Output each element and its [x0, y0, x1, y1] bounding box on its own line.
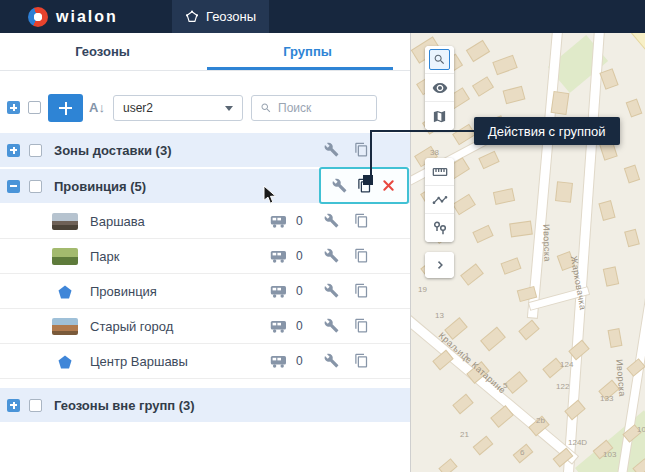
wrench-icon[interactable] — [332, 178, 348, 194]
units-icon — [270, 320, 288, 336]
group-row-delivery-zones[interactable]: Зоны доставки (3) — [0, 133, 410, 167]
tab-groups[interactable]: Группы — [205, 33, 410, 70]
collapse-icon[interactable] — [7, 180, 20, 193]
copy-icon[interactable] — [354, 283, 370, 299]
geozone-row[interactable]: Варшава 0 — [0, 204, 410, 239]
topbar-tab-geofences[interactable]: Геозоны — [172, 0, 269, 33]
units-icon — [270, 355, 288, 371]
copy-icon[interactable] — [354, 318, 370, 334]
map-building — [474, 437, 492, 454]
house-number: 21 — [460, 430, 469, 439]
geozone-row[interactable]: Парк 0 — [0, 239, 410, 274]
search-icon — [433, 53, 446, 66]
group-checkbox[interactable] — [29, 399, 42, 412]
map[interactable]: ИворскаЖарковачкаИворскаКраљице Катарине… — [410, 33, 645, 472]
house-number: 103 — [603, 450, 616, 459]
units-count: 0 — [296, 214, 303, 228]
user-filter-select[interactable]: user2 — [113, 95, 243, 121]
house-number: 133 — [600, 394, 613, 403]
wrench-icon[interactable] — [324, 213, 340, 229]
map-building — [625, 230, 638, 246]
group-checkbox[interactable] — [29, 180, 42, 193]
house-number: 124D — [568, 438, 587, 447]
tooltip-anchor-dot — [363, 175, 373, 185]
map-road — [528, 33, 563, 318]
map-building — [510, 222, 531, 237]
wrench-icon[interactable] — [324, 353, 340, 369]
map-building — [600, 201, 615, 219]
house-number: 19 — [418, 285, 427, 294]
expand-all-toggle[interactable] — [7, 101, 20, 114]
measure-button[interactable] — [425, 158, 454, 186]
geozone-thumbnail — [52, 318, 78, 335]
map-building — [453, 125, 474, 144]
markers-button[interactable] — [425, 214, 454, 242]
street-label: Иворска — [541, 224, 552, 262]
copy-icon[interactable] — [354, 142, 370, 158]
map-building — [467, 41, 489, 61]
map-building — [625, 166, 639, 182]
copy-icon[interactable] — [354, 353, 370, 369]
map-building — [481, 328, 504, 350]
sort-button[interactable]: A↓ — [89, 100, 105, 115]
geozone-row[interactable]: Старый город 0 — [0, 309, 410, 344]
expand-icon[interactable] — [7, 144, 20, 157]
group-checkbox[interactable] — [29, 144, 42, 157]
eye-icon — [432, 80, 448, 96]
ruler-icon — [432, 164, 448, 180]
map-building — [609, 329, 622, 346]
map-visibility-button[interactable] — [425, 74, 454, 102]
geozone-row[interactable]: Центр Варшавы 0 — [0, 344, 410, 379]
map-building — [502, 259, 520, 274]
geozone-thumbnail — [52, 248, 78, 265]
polygon-icon — [52, 353, 78, 370]
group-label: Провинция (5) — [54, 179, 146, 194]
select-all-checkbox[interactable] — [28, 101, 41, 114]
group-label: Зоны доставки (3) — [54, 143, 172, 158]
map-building — [627, 100, 641, 117]
map-building — [494, 56, 517, 74]
tooltip-connector — [370, 130, 372, 179]
expand-tools-button[interactable] — [425, 252, 454, 278]
add-group-button[interactable] — [48, 94, 83, 122]
wrench-icon[interactable] — [324, 142, 340, 158]
map-building — [556, 182, 572, 201]
map-building — [462, 265, 483, 285]
house-number: 10 — [637, 425, 645, 434]
map-building — [504, 87, 524, 103]
house-number: 38 — [430, 148, 439, 157]
geozone-name: Старый город — [90, 319, 173, 334]
routing-button[interactable] — [425, 186, 454, 214]
search-icon — [260, 102, 272, 114]
expand-icon[interactable] — [7, 399, 20, 412]
geozone-name: Провинция — [90, 284, 157, 299]
search-input[interactable] — [278, 101, 358, 115]
house-number: 122 — [556, 382, 569, 391]
map-source-button[interactable] — [425, 102, 454, 130]
wrench-icon[interactable] — [324, 248, 340, 264]
geozone-name: Варшава — [90, 214, 145, 229]
copy-icon[interactable] — [354, 213, 370, 229]
map-building — [520, 321, 539, 339]
map-building — [494, 189, 514, 204]
copy-icon[interactable] — [354, 248, 370, 264]
tab-geofences[interactable]: Геозоны — [0, 33, 205, 70]
group-actions-box — [319, 167, 409, 204]
units-count: 0 — [296, 284, 303, 298]
delete-icon[interactable] — [382, 179, 396, 193]
search-box — [251, 95, 377, 121]
chevron-right-icon — [434, 259, 446, 271]
house-number: 124 — [560, 360, 573, 369]
geozone-row[interactable]: Провинция 0 — [0, 274, 410, 309]
topbar-tab-label: Геозоны — [206, 9, 256, 24]
map-search-button[interactable] — [425, 46, 454, 74]
panel-tabs: Геозоны Группы — [0, 33, 410, 71]
wrench-icon[interactable] — [324, 318, 340, 334]
map-toolbar-expand — [425, 252, 454, 278]
map-building — [506, 373, 527, 393]
geozone-name: Центр Варшавы — [90, 354, 188, 369]
wrench-icon[interactable] — [324, 283, 340, 299]
map-building — [480, 152, 499, 168]
geofence-icon — [185, 10, 199, 24]
group-row-ungrouped[interactable]: Геозоны вне групп (3) — [0, 388, 410, 422]
